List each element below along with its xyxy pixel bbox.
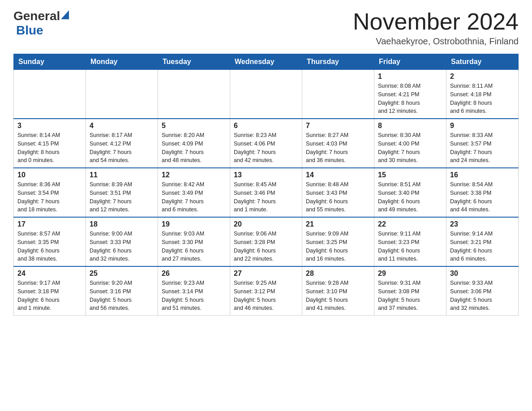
calendar-cell: 2Sunrise: 8:11 AM Sunset: 4:18 PM Daylig… xyxy=(446,70,519,119)
title-area: November 2024 Vaehaekyroe, Ostrobothnia,… xyxy=(353,9,519,47)
day-number: 16 xyxy=(450,171,515,179)
calendar-week-row: 24Sunrise: 9:17 AM Sunset: 3:18 PM Dayli… xyxy=(14,266,519,316)
logo-triangle-icon xyxy=(61,10,69,21)
day-info: Sunrise: 9:23 AM Sunset: 3:14 PM Dayligh… xyxy=(162,279,226,313)
calendar-cell: 11Sunrise: 8:39 AM Sunset: 3:51 PM Dayli… xyxy=(86,168,158,217)
day-info: Sunrise: 9:03 AM Sunset: 3:30 PM Dayligh… xyxy=(162,230,226,263)
calendar-cell: 7Sunrise: 8:27 AM Sunset: 4:03 PM Daylig… xyxy=(302,119,374,168)
day-info: Sunrise: 8:54 AM Sunset: 3:38 PM Dayligh… xyxy=(450,180,515,214)
day-number: 2 xyxy=(450,73,515,81)
calendar-cell: 24Sunrise: 9:17 AM Sunset: 3:18 PM Dayli… xyxy=(14,266,86,316)
day-number: 27 xyxy=(234,270,298,278)
calendar-cell: 6Sunrise: 8:23 AM Sunset: 4:06 PM Daylig… xyxy=(230,119,302,168)
calendar-header-sunday: Sunday xyxy=(14,54,86,70)
calendar-week-row: 10Sunrise: 8:36 AM Sunset: 3:54 PM Dayli… xyxy=(14,168,519,217)
calendar-cell: 4Sunrise: 8:17 AM Sunset: 4:12 PM Daylig… xyxy=(86,119,158,168)
calendar-cell: 13Sunrise: 8:45 AM Sunset: 3:46 PM Dayli… xyxy=(230,168,302,217)
day-number: 14 xyxy=(306,171,370,179)
calendar-cell: 28Sunrise: 9:28 AM Sunset: 3:10 PM Dayli… xyxy=(302,266,374,316)
day-info: Sunrise: 9:06 AM Sunset: 3:28 PM Dayligh… xyxy=(234,230,298,263)
day-number: 24 xyxy=(17,270,82,278)
day-info: Sunrise: 8:33 AM Sunset: 3:57 PM Dayligh… xyxy=(450,131,515,165)
calendar-header-monday: Monday xyxy=(86,54,158,70)
day-info: Sunrise: 9:14 AM Sunset: 3:21 PM Dayligh… xyxy=(450,230,515,263)
calendar-cell: 23Sunrise: 9:14 AM Sunset: 3:21 PM Dayli… xyxy=(446,217,519,266)
day-number: 10 xyxy=(17,171,82,179)
day-number: 7 xyxy=(306,122,370,130)
calendar-cell: 19Sunrise: 9:03 AM Sunset: 3:30 PM Dayli… xyxy=(158,217,230,266)
calendar-header-saturday: Saturday xyxy=(446,54,519,70)
logo: General Blue xyxy=(13,9,69,38)
day-info: Sunrise: 8:30 AM Sunset: 4:00 PM Dayligh… xyxy=(378,131,442,165)
day-info: Sunrise: 8:36 AM Sunset: 3:54 PM Dayligh… xyxy=(17,180,82,214)
day-info: Sunrise: 9:09 AM Sunset: 3:25 PM Dayligh… xyxy=(306,230,370,263)
calendar-cell xyxy=(230,70,302,119)
day-info: Sunrise: 8:08 AM Sunset: 4:21 PM Dayligh… xyxy=(378,82,442,116)
calendar-cell: 5Sunrise: 8:20 AM Sunset: 4:09 PM Daylig… xyxy=(158,119,230,168)
day-info: Sunrise: 8:11 AM Sunset: 4:18 PM Dayligh… xyxy=(450,82,515,116)
calendar-cell: 9Sunrise: 8:33 AM Sunset: 3:57 PM Daylig… xyxy=(446,119,519,168)
day-number: 1 xyxy=(378,73,442,81)
calendar-week-row: 3Sunrise: 8:14 AM Sunset: 4:15 PM Daylig… xyxy=(14,119,519,168)
day-number: 28 xyxy=(306,270,370,278)
calendar-cell: 17Sunrise: 8:57 AM Sunset: 3:35 PM Dayli… xyxy=(14,217,86,266)
day-info: Sunrise: 8:48 AM Sunset: 3:43 PM Dayligh… xyxy=(306,180,370,214)
day-number: 25 xyxy=(90,270,154,278)
calendar-cell: 16Sunrise: 8:54 AM Sunset: 3:38 PM Dayli… xyxy=(446,168,519,217)
day-number: 15 xyxy=(378,171,442,179)
day-number: 17 xyxy=(17,220,82,228)
day-info: Sunrise: 9:11 AM Sunset: 3:23 PM Dayligh… xyxy=(378,230,442,263)
calendar-cell: 26Sunrise: 9:23 AM Sunset: 3:14 PM Dayli… xyxy=(158,266,230,316)
day-info: Sunrise: 8:51 AM Sunset: 3:40 PM Dayligh… xyxy=(378,180,442,214)
calendar-cell xyxy=(86,70,158,119)
calendar-table: SundayMondayTuesdayWednesdayThursdayFrid… xyxy=(13,54,519,316)
day-info: Sunrise: 8:42 AM Sunset: 3:49 PM Dayligh… xyxy=(162,180,226,214)
day-info: Sunrise: 8:57 AM Sunset: 3:35 PM Dayligh… xyxy=(17,230,82,263)
calendar-cell: 14Sunrise: 8:48 AM Sunset: 3:43 PM Dayli… xyxy=(302,168,374,217)
day-info: Sunrise: 8:45 AM Sunset: 3:46 PM Dayligh… xyxy=(234,180,298,214)
day-number: 22 xyxy=(378,220,442,228)
calendar-cell: 3Sunrise: 8:14 AM Sunset: 4:15 PM Daylig… xyxy=(14,119,86,168)
logo-blue-text: Blue xyxy=(14,23,43,38)
day-number: 29 xyxy=(378,270,442,278)
calendar-cell: 12Sunrise: 8:42 AM Sunset: 3:49 PM Dayli… xyxy=(158,168,230,217)
calendar-cell xyxy=(158,70,230,119)
day-number: 19 xyxy=(162,220,226,228)
day-number: 12 xyxy=(162,171,226,179)
calendar-cell: 15Sunrise: 8:51 AM Sunset: 3:40 PM Dayli… xyxy=(374,168,446,217)
day-info: Sunrise: 9:17 AM Sunset: 3:18 PM Dayligh… xyxy=(17,279,82,313)
calendar-header-row: SundayMondayTuesdayWednesdayThursdayFrid… xyxy=(14,54,519,70)
calendar-header-wednesday: Wednesday xyxy=(230,54,302,70)
location-subtitle: Vaehaekyroe, Ostrobothnia, Finland xyxy=(353,36,519,47)
calendar-cell: 21Sunrise: 9:09 AM Sunset: 3:25 PM Dayli… xyxy=(302,217,374,266)
calendar-cell: 29Sunrise: 9:31 AM Sunset: 3:08 PM Dayli… xyxy=(374,266,446,316)
calendar-cell xyxy=(302,70,374,119)
day-info: Sunrise: 8:20 AM Sunset: 4:09 PM Dayligh… xyxy=(162,131,226,165)
calendar-cell: 18Sunrise: 9:00 AM Sunset: 3:33 PM Dayli… xyxy=(86,217,158,266)
calendar-cell xyxy=(14,70,86,119)
calendar-cell: 1Sunrise: 8:08 AM Sunset: 4:21 PM Daylig… xyxy=(374,70,446,119)
calendar-cell: 20Sunrise: 9:06 AM Sunset: 3:28 PM Dayli… xyxy=(230,217,302,266)
calendar-cell: 25Sunrise: 9:20 AM Sunset: 3:16 PM Dayli… xyxy=(86,266,158,316)
day-number: 13 xyxy=(234,171,298,179)
day-number: 21 xyxy=(306,220,370,228)
day-info: Sunrise: 9:28 AM Sunset: 3:10 PM Dayligh… xyxy=(306,279,370,313)
day-number: 26 xyxy=(162,270,226,278)
day-info: Sunrise: 8:39 AM Sunset: 3:51 PM Dayligh… xyxy=(90,180,154,214)
day-number: 30 xyxy=(450,270,515,278)
day-info: Sunrise: 9:20 AM Sunset: 3:16 PM Dayligh… xyxy=(90,279,154,313)
calendar-header-tuesday: Tuesday xyxy=(158,54,230,70)
day-info: Sunrise: 9:31 AM Sunset: 3:08 PM Dayligh… xyxy=(378,279,442,313)
day-number: 9 xyxy=(450,122,515,130)
calendar-cell: 27Sunrise: 9:25 AM Sunset: 3:12 PM Dayli… xyxy=(230,266,302,316)
day-number: 23 xyxy=(450,220,515,228)
logo-general-text: General xyxy=(13,9,60,23)
day-number: 6 xyxy=(234,122,298,130)
day-info: Sunrise: 8:23 AM Sunset: 4:06 PM Dayligh… xyxy=(234,131,298,165)
day-info: Sunrise: 8:14 AM Sunset: 4:15 PM Dayligh… xyxy=(17,131,82,165)
day-number: 8 xyxy=(378,122,442,130)
day-info: Sunrise: 9:25 AM Sunset: 3:12 PM Dayligh… xyxy=(234,279,298,313)
day-number: 18 xyxy=(90,220,154,228)
calendar-week-row: 1Sunrise: 8:08 AM Sunset: 4:21 PM Daylig… xyxy=(14,70,519,119)
day-info: Sunrise: 8:27 AM Sunset: 4:03 PM Dayligh… xyxy=(306,131,370,165)
